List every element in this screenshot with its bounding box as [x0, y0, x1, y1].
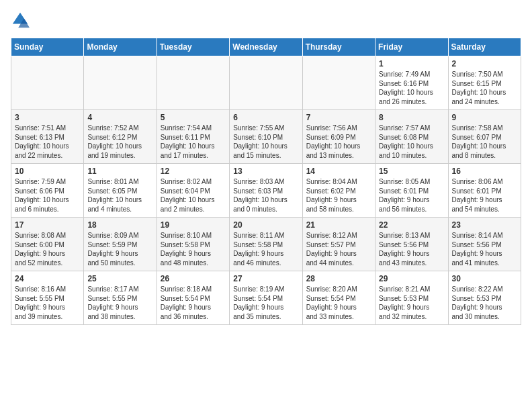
day-info: Sunrise: 8:21 AM Sunset: 5:53 PM Dayligh…	[379, 285, 444, 321]
day-number: 21	[306, 220, 371, 230]
calendar-cell: 17Sunrise: 8:08 AM Sunset: 6:00 PM Dayli…	[11, 218, 84, 271]
calendar-header-row: SundayMondayTuesdayWednesdayThursdayFrid…	[11, 38, 521, 56]
day-number: 25	[87, 274, 152, 283]
calendar-cell	[11, 56, 84, 110]
calendar-week-1: 1Sunrise: 7:49 AM Sunset: 6:16 PM Daylig…	[11, 56, 521, 110]
calendar-cell: 28Sunrise: 8:20 AM Sunset: 5:54 PM Dayli…	[302, 271, 375, 325]
day-info: Sunrise: 8:14 AM Sunset: 5:56 PM Dayligh…	[452, 231, 517, 267]
day-info: Sunrise: 8:22 AM Sunset: 5:53 PM Dayligh…	[452, 285, 517, 321]
day-info: Sunrise: 8:19 AM Sunset: 5:54 PM Dayligh…	[233, 285, 298, 321]
calendar-cell: 16Sunrise: 8:06 AM Sunset: 6:01 PM Dayli…	[448, 164, 521, 218]
day-number: 6	[233, 113, 298, 122]
calendar-cell: 30Sunrise: 8:22 AM Sunset: 5:53 PM Dayli…	[448, 271, 521, 325]
col-header-saturday: Saturday	[448, 38, 521, 56]
calendar-cell: 15Sunrise: 8:05 AM Sunset: 6:01 PM Dayli…	[375, 164, 448, 218]
day-info: Sunrise: 7:52 AM Sunset: 6:12 PM Dayligh…	[87, 124, 152, 160]
col-header-sunday: Sunday	[11, 38, 84, 56]
day-number: 7	[306, 113, 371, 122]
day-number: 15	[379, 167, 444, 176]
day-info: Sunrise: 8:05 AM Sunset: 6:01 PM Dayligh…	[379, 177, 444, 214]
calendar-cell: 20Sunrise: 8:11 AM Sunset: 5:58 PM Dayli…	[230, 218, 302, 271]
day-info: Sunrise: 8:03 AM Sunset: 6:03 PM Dayligh…	[233, 177, 298, 214]
day-number: 19	[161, 220, 226, 230]
calendar-cell: 4Sunrise: 7:52 AM Sunset: 6:12 PM Daylig…	[84, 110, 157, 164]
col-header-wednesday: Wednesday	[230, 38, 302, 56]
day-info: Sunrise: 7:55 AM Sunset: 6:10 PM Dayligh…	[233, 124, 298, 160]
calendar-cell: 5Sunrise: 7:54 AM Sunset: 6:11 PM Daylig…	[157, 110, 229, 164]
day-number: 12	[161, 167, 226, 176]
day-info: Sunrise: 8:10 AM Sunset: 5:58 PM Dayligh…	[161, 231, 226, 267]
day-number: 17	[15, 220, 80, 230]
calendar-week-2: 3Sunrise: 7:51 AM Sunset: 6:13 PM Daylig…	[11, 110, 521, 164]
calendar-cell: 3Sunrise: 7:51 AM Sunset: 6:13 PM Daylig…	[11, 110, 84, 164]
calendar-cell: 2Sunrise: 7:50 AM Sunset: 6:15 PM Daylig…	[448, 56, 521, 110]
day-info: Sunrise: 7:54 AM Sunset: 6:11 PM Dayligh…	[161, 124, 226, 160]
day-number: 24	[15, 274, 80, 283]
day-number: 16	[452, 167, 517, 176]
calendar-cell: 23Sunrise: 8:14 AM Sunset: 5:56 PM Dayli…	[448, 218, 521, 271]
calendar-cell: 11Sunrise: 8:01 AM Sunset: 6:05 PM Dayli…	[84, 164, 157, 218]
calendar-week-4: 17Sunrise: 8:08 AM Sunset: 6:00 PM Dayli…	[11, 218, 521, 271]
calendar-cell: 26Sunrise: 8:18 AM Sunset: 5:54 PM Dayli…	[157, 271, 229, 325]
day-info: Sunrise: 8:12 AM Sunset: 5:57 PM Dayligh…	[306, 231, 371, 267]
day-number: 9	[452, 113, 517, 122]
day-number: 3	[15, 113, 80, 122]
calendar-cell: 14Sunrise: 8:04 AM Sunset: 6:02 PM Dayli…	[302, 164, 375, 218]
calendar-week-3: 10Sunrise: 7:59 AM Sunset: 6:06 PM Dayli…	[11, 164, 521, 218]
day-number: 29	[379, 274, 444, 283]
day-number: 14	[306, 167, 371, 176]
day-number: 27	[233, 274, 298, 283]
day-number: 28	[306, 274, 371, 283]
day-number: 4	[87, 113, 152, 122]
day-info: Sunrise: 8:08 AM Sunset: 6:00 PM Dayligh…	[15, 231, 80, 267]
day-info: Sunrise: 7:51 AM Sunset: 6:13 PM Dayligh…	[15, 124, 80, 160]
day-info: Sunrise: 8:06 AM Sunset: 6:01 PM Dayligh…	[452, 177, 517, 214]
logo	[11, 11, 32, 30]
day-number: 11	[87, 167, 152, 176]
col-header-thursday: Thursday	[302, 38, 375, 56]
day-info: Sunrise: 8:17 AM Sunset: 5:55 PM Dayligh…	[87, 285, 152, 321]
day-number: 22	[379, 220, 444, 230]
day-number: 10	[15, 167, 80, 176]
day-number: 23	[452, 220, 517, 230]
day-number: 13	[233, 167, 298, 176]
calendar-cell: 7Sunrise: 7:56 AM Sunset: 6:09 PM Daylig…	[302, 110, 375, 164]
calendar-cell	[302, 56, 375, 110]
calendar-cell: 9Sunrise: 7:58 AM Sunset: 6:07 PM Daylig…	[448, 110, 521, 164]
calendar-cell: 13Sunrise: 8:03 AM Sunset: 6:03 PM Dayli…	[230, 164, 302, 218]
page-header	[11, 11, 521, 30]
day-number: 18	[87, 220, 152, 230]
day-info: Sunrise: 8:13 AM Sunset: 5:56 PM Dayligh…	[379, 231, 444, 267]
day-info: Sunrise: 7:56 AM Sunset: 6:09 PM Dayligh…	[306, 124, 371, 160]
day-info: Sunrise: 8:11 AM Sunset: 5:58 PM Dayligh…	[233, 231, 298, 267]
day-number: 30	[452, 274, 517, 283]
day-number: 5	[161, 113, 226, 122]
day-info: Sunrise: 8:18 AM Sunset: 5:54 PM Dayligh…	[161, 285, 226, 321]
day-info: Sunrise: 8:20 AM Sunset: 5:54 PM Dayligh…	[306, 285, 371, 321]
day-number: 20	[233, 220, 298, 230]
day-number: 1	[379, 59, 444, 68]
day-number: 2	[452, 59, 517, 68]
day-info: Sunrise: 7:57 AM Sunset: 6:08 PM Dayligh…	[379, 124, 444, 160]
day-info: Sunrise: 8:02 AM Sunset: 6:04 PM Dayligh…	[161, 177, 226, 214]
calendar-cell: 10Sunrise: 7:59 AM Sunset: 6:06 PM Dayli…	[11, 164, 84, 218]
day-number: 26	[161, 274, 226, 283]
calendar-cell: 8Sunrise: 7:57 AM Sunset: 6:08 PM Daylig…	[375, 110, 448, 164]
calendar-cell: 27Sunrise: 8:19 AM Sunset: 5:54 PM Dayli…	[230, 271, 302, 325]
calendar-table: SundayMondayTuesdayWednesdayThursdayFrid…	[11, 38, 521, 325]
day-info: Sunrise: 7:49 AM Sunset: 6:16 PM Dayligh…	[379, 70, 444, 106]
calendar-cell: 6Sunrise: 7:55 AM Sunset: 6:10 PM Daylig…	[230, 110, 302, 164]
calendar-cell: 29Sunrise: 8:21 AM Sunset: 5:53 PM Dayli…	[375, 271, 448, 325]
day-info: Sunrise: 8:04 AM Sunset: 6:02 PM Dayligh…	[306, 177, 371, 214]
calendar-cell: 19Sunrise: 8:10 AM Sunset: 5:58 PM Dayli…	[157, 218, 229, 271]
calendar-cell: 12Sunrise: 8:02 AM Sunset: 6:04 PM Dayli…	[157, 164, 229, 218]
calendar-cell	[157, 56, 229, 110]
day-number: 8	[379, 113, 444, 122]
calendar-cell	[230, 56, 302, 110]
calendar-week-5: 24Sunrise: 8:16 AM Sunset: 5:55 PM Dayli…	[11, 271, 521, 325]
calendar-cell: 25Sunrise: 8:17 AM Sunset: 5:55 PM Dayli…	[84, 271, 157, 325]
calendar-cell: 1Sunrise: 7:49 AM Sunset: 6:16 PM Daylig…	[375, 56, 448, 110]
day-info: Sunrise: 7:59 AM Sunset: 6:06 PM Dayligh…	[15, 177, 80, 214]
day-info: Sunrise: 8:09 AM Sunset: 5:59 PM Dayligh…	[87, 231, 152, 267]
day-info: Sunrise: 8:01 AM Sunset: 6:05 PM Dayligh…	[87, 177, 152, 214]
